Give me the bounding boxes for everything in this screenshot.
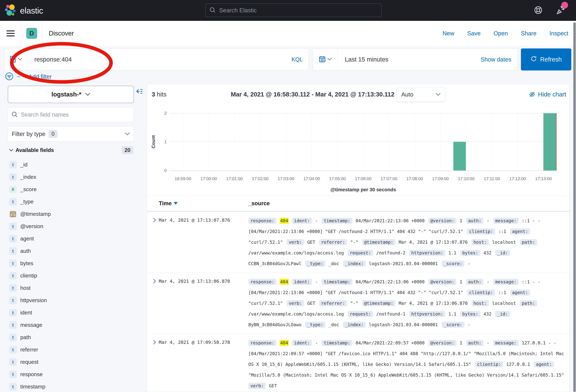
appbar-action-inspect[interactable]: Inspect [549, 30, 568, 37]
field-item-referrer[interactable]: treferrer [9, 343, 138, 356]
field-item-index[interactable]: t_index [9, 171, 138, 183]
brand-wordmark: elastic [20, 6, 43, 15]
source-value: /notfound-1 [376, 311, 405, 316]
date-field-type-icon [9, 210, 17, 218]
field-name: httpversion [20, 297, 47, 304]
time-range-value[interactable]: Last 15 minutes [338, 56, 388, 63]
field-item-timestamp[interactable]: @timestamp [9, 208, 138, 220]
source-field-name: response: [248, 340, 276, 346]
x-axis-tick-label: 17:07:00 [381, 176, 397, 181]
saved-query-menu-button[interactable] [4, 49, 28, 70]
field-item-agent[interactable]: tagent [9, 233, 138, 245]
index-pattern-select[interactable]: logstash-* [8, 86, 134, 103]
chevron-right-icon [152, 218, 157, 223]
field-item-response[interactable]: tresponse [9, 368, 138, 381]
header-icons [534, 0, 566, 21]
discover-app-icon[interactable]: D [26, 28, 37, 39]
grid-line [415, 113, 415, 170]
x-axis-tick-label: 17:08:00 [406, 176, 423, 181]
string-field-type-icon: t [9, 309, 17, 316]
x-axis-tick-label: 17:06:00 [355, 176, 372, 181]
field-item-bytes[interactable]: tbytes [9, 257, 138, 270]
source-value: 1.1 [448, 250, 456, 255]
filter-icon[interactable] [5, 72, 14, 81]
help-icon[interactable] [534, 6, 543, 15]
source-value: _doc [329, 322, 339, 327]
appbar-action-share[interactable]: Share [521, 30, 537, 37]
scrollbar-thumb[interactable] [573, 22, 576, 392]
source-field-name: @timestamp: [362, 300, 395, 306]
source-value: - [487, 279, 489, 284]
global-header: elastic [0, 0, 576, 21]
x-axis-tick-label: 17:00:00 [201, 176, 217, 181]
column-header-time[interactable]: Time [159, 200, 248, 207]
refresh-button[interactable]: Refresh [521, 49, 571, 70]
field-item-auth[interactable]: tauth [9, 245, 138, 257]
field-name: auth [20, 248, 31, 254]
available-fields-count-badge: 20 [122, 146, 133, 154]
field-item-ident[interactable]: tident [9, 307, 138, 319]
field-item-request[interactable]: trequest [9, 356, 138, 368]
source-field-name: path: [520, 239, 537, 245]
field-item-score[interactable]: #_score [9, 183, 138, 196]
source-field-name: bytes: [460, 311, 480, 317]
x-axis-tick-label: 17:02:00 [252, 176, 268, 181]
available-fields-header[interactable]: Available fields 20 [9, 146, 133, 154]
add-filter-button[interactable]: + Add filter [24, 73, 52, 80]
expand-row-button[interactable] [149, 337, 159, 345]
field-name: agent [20, 236, 34, 242]
menu-icon[interactable] [6, 29, 15, 38]
grid-line [209, 113, 209, 170]
appbar-action-new[interactable]: New [442, 30, 454, 37]
query-input[interactable] [34, 56, 291, 63]
histogram-bar[interactable] [543, 113, 556, 170]
source-field-name: message: [493, 218, 518, 224]
time-picker-menu-button[interactable] [313, 49, 338, 70]
appbar-action-open[interactable]: Open [493, 30, 508, 37]
table-row: Mar 4, 2021 @ 17:09:58.278response: 404 … [147, 334, 569, 392]
field-search-input[interactable] [21, 112, 130, 118]
field-item-clientip[interactable]: tclientip [9, 270, 138, 282]
interval-select[interactable]: Auto [397, 87, 445, 102]
source-value: 432 [484, 250, 491, 255]
elastic-brand[interactable]: elastic [4, 4, 43, 17]
field-item-version[interactable]: t@version [9, 220, 138, 233]
x-axis-tick-label: 17:11:00 [484, 176, 500, 181]
field-item-message[interactable]: tmessage [9, 319, 138, 331]
field-name: message [20, 322, 42, 328]
source-field-name: clientip: [467, 228, 495, 234]
expand-row-button[interactable] [149, 215, 159, 223]
string-field-type-icon: t [9, 247, 17, 255]
histogram-bar[interactable] [453, 142, 466, 170]
field-item-id[interactable]: t_id [9, 159, 138, 171]
field-item-type[interactable]: t_type [9, 196, 138, 208]
field-item-httpversion[interactable]: thttpversion [9, 294, 138, 307]
source-field-name: agent: [510, 228, 530, 234]
collapse-sidebar-icon[interactable] [135, 87, 143, 96]
global-search-input[interactable] [219, 7, 377, 14]
query-language-button[interactable]: KQL [291, 56, 308, 63]
source-field-name: timestamp: [322, 340, 352, 346]
grid-line [183, 113, 183, 170]
source-field-name: timestamp: [322, 279, 352, 285]
x-axis-tick-label: 17:13:00 [535, 176, 552, 181]
source-field-name: ident: [292, 340, 312, 346]
chevron-right-icon [152, 279, 157, 284]
source-value: - [468, 261, 470, 266]
field-item-timestamp[interactable]: ttimestamp [9, 381, 138, 392]
elastic-logo-icon [4, 4, 17, 17]
source-field-name: _index: [343, 261, 366, 267]
source-field-name: _score: [442, 322, 464, 328]
hide-chart-button[interactable]: Hide chart [529, 91, 566, 98]
field-name: _index [20, 174, 36, 180]
highlighted-value: 404 [280, 279, 289, 285]
show-dates-button[interactable]: Show dates [481, 56, 518, 63]
doc-timestamp-cell: Mar 4, 2021 @ 17:13:06.870 [159, 277, 248, 284]
expand-row-button[interactable] [149, 277, 159, 284]
filter-dash [17, 76, 21, 77]
filter-by-type-select[interactable]: Filter by type 0 [8, 126, 134, 141]
hits-count: 3 hits [152, 91, 166, 98]
appbar-action-save[interactable]: Save [467, 30, 481, 37]
field-item-host[interactable]: thost [9, 282, 138, 294]
field-item-path[interactable]: tpath [9, 331, 138, 343]
